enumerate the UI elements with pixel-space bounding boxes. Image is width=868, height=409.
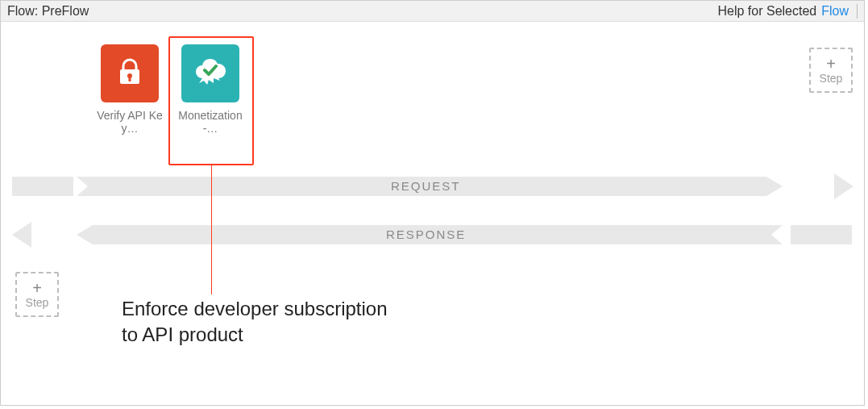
policy-label: Verify API Key… [93,109,166,136]
policy-tile [101,44,159,102]
flow-title: Flow: PreFlow [7,4,89,19]
header-divider [857,4,858,19]
plus-icon: + [826,56,836,72]
help-for-selected-label: Help for Selected [717,4,816,19]
add-step-label: Step [820,72,843,85]
request-lane-segment [12,177,73,196]
lock-icon [114,56,146,91]
header-bar: Flow: PreFlow Help for Selected Flow [1,1,864,22]
policy-selection-outline [168,36,254,165]
request-lane-label: REQUEST [391,179,461,193]
plus-icon: + [32,280,42,296]
annotation-connector [211,165,212,294]
annotation-line: Enforce developer subscription [122,296,388,322]
flow-canvas: Verify API Key… Monetization-… [1,22,864,405]
add-step-label: Step [26,296,49,309]
add-step-request-button[interactable]: + Step [809,48,853,93]
annotation-text: Enforce developer subscription to API pr… [122,296,388,348]
response-lane-label: RESPONSE [386,227,466,241]
help-flow-link[interactable]: Flow [821,4,849,19]
response-lane-segment [791,225,852,244]
flow-editor-frame: Flow: PreFlow Help for Selected Flow Ver… [0,0,865,406]
request-lane-arrowhead [834,173,853,199]
add-step-response-button[interactable]: + Step [15,272,59,317]
response-lane-arrowhead [12,222,31,248]
annotation-line: to API product [122,322,388,348]
policy-verify-api-key[interactable]: Verify API Key… [93,44,166,136]
svg-rect-2 [129,77,131,81]
